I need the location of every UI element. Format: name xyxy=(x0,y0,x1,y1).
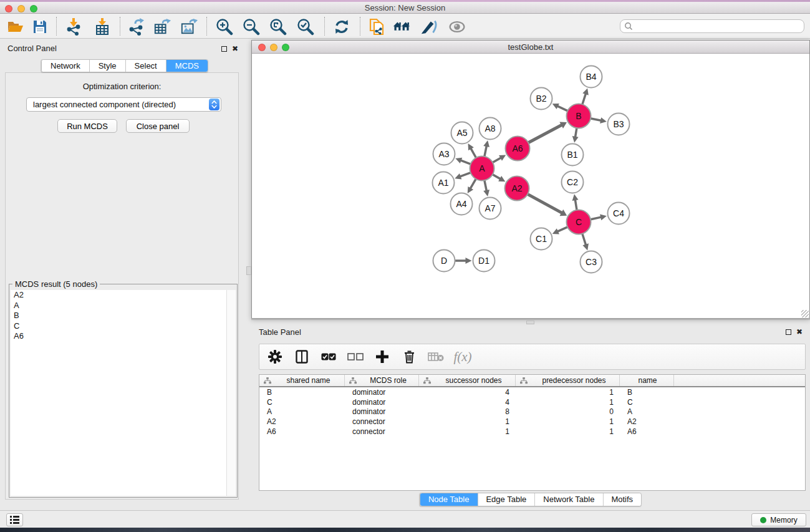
cell-mcds-role[interactable]: dominator xyxy=(345,388,419,397)
tab-node-table[interactable]: Node Table xyxy=(420,493,478,506)
import-table-icon[interactable] xyxy=(94,18,111,36)
graph-node-C[interactable]: C xyxy=(567,210,591,235)
mcds-result-list[interactable]: A2ABCA6 xyxy=(11,290,226,496)
table-row[interactable]: Cdominator41C xyxy=(259,397,805,407)
edge-A6-B[interactable] xyxy=(527,125,562,143)
mcds-result-scrollbar[interactable] xyxy=(226,290,236,496)
table-row[interactable]: Adominator80A xyxy=(259,407,805,417)
edge-C-C3[interactable] xyxy=(582,233,586,246)
edge-A-A3[interactable] xyxy=(460,160,472,165)
graph-node-B[interactable]: B xyxy=(567,104,591,128)
column-header-shared-name[interactable]: shared name xyxy=(259,375,345,386)
cell-shared-name[interactable]: A6 xyxy=(259,427,345,436)
network-close-button[interactable] xyxy=(258,44,266,51)
graph-node-B4[interactable]: B4 xyxy=(581,66,602,88)
mcds-result-item[interactable]: A xyxy=(11,301,226,311)
graph-node-A2[interactable]: A2 xyxy=(505,177,529,201)
search-field[interactable] xyxy=(620,19,804,33)
cell-successor-nodes[interactable]: 1 xyxy=(419,427,516,436)
edge-C-C4[interactable] xyxy=(589,217,602,220)
graph-node-B1[interactable]: B1 xyxy=(562,144,584,166)
zoom-in-icon[interactable] xyxy=(216,18,233,36)
run-mcds-button[interactable]: Run MCDS xyxy=(57,119,117,133)
deselect-all-columns-icon[interactable] xyxy=(347,349,364,365)
export-network-icon[interactable] xyxy=(127,18,145,36)
cell-mcds-role[interactable]: dominator xyxy=(345,398,419,407)
cell-mcds-role[interactable]: connector xyxy=(345,427,419,436)
delete-table-icon[interactable] xyxy=(428,349,444,365)
graph-node-C3[interactable]: C3 xyxy=(581,251,602,273)
tab-network-table[interactable]: Network Table xyxy=(535,493,603,506)
tab-select[interactable]: Select xyxy=(126,60,166,72)
hide-annotations-icon[interactable] xyxy=(420,18,438,36)
graph-node-B3[interactable]: B3 xyxy=(608,114,630,135)
column-header-mcds-role[interactable]: MCDS role xyxy=(345,375,419,386)
mcds-result-item[interactable]: A2 xyxy=(11,290,226,301)
edge-A-A5[interactable] xyxy=(470,148,476,159)
tab-style[interactable]: Style xyxy=(90,60,126,72)
float-table-panel-icon[interactable] xyxy=(786,329,791,335)
cell-shared-name[interactable]: A xyxy=(259,407,345,416)
window-resize-handle[interactable] xyxy=(801,310,809,317)
graph-node-D[interactable]: D xyxy=(433,250,455,272)
cell-name[interactable]: A6 xyxy=(620,427,674,436)
criterion-dropdown[interactable]: largest connected component (directed) xyxy=(26,97,221,112)
search-input[interactable] xyxy=(633,21,804,32)
graph-node-C2[interactable]: C2 xyxy=(562,172,584,193)
table-row[interactable]: A2connector11A2 xyxy=(259,417,805,427)
cell-shared-name[interactable]: B xyxy=(259,388,345,397)
cell-predecessor-nodes[interactable]: 1 xyxy=(516,388,620,397)
graph-node-A1[interactable]: A1 xyxy=(433,172,455,194)
graph-node-A7[interactable]: A7 xyxy=(480,198,501,220)
close-table-panel-icon[interactable]: ✖ xyxy=(796,328,803,336)
close-window-button[interactable] xyxy=(5,5,12,12)
new-network-from-selection-icon[interactable] xyxy=(369,18,386,36)
export-image-icon[interactable] xyxy=(180,18,198,36)
graph-node-A6[interactable]: A6 xyxy=(506,137,530,161)
close-panel-button[interactable]: Close panel xyxy=(126,119,190,133)
network-canvas[interactable]: B4B2BB3A8A5A6A3B1AA1C2A2A4A7C4CC1DD1C3 xyxy=(253,54,809,318)
network-window-titlebar[interactable]: testGlobe.txt xyxy=(252,41,809,54)
minimize-window-button[interactable] xyxy=(17,5,25,12)
edge-C-C1[interactable] xyxy=(557,226,569,232)
edge-A2-C[interactable] xyxy=(526,193,562,213)
select-all-columns-icon[interactable] xyxy=(321,349,337,365)
edge-A-A1[interactable] xyxy=(460,172,472,177)
cell-name[interactable]: C xyxy=(620,398,674,407)
graph-node-A[interactable]: A xyxy=(470,157,494,181)
cell-predecessor-nodes[interactable]: 1 xyxy=(516,427,620,436)
column-header-successor-nodes[interactable]: successor nodes xyxy=(419,375,516,386)
cell-predecessor-nodes[interactable]: 1 xyxy=(516,398,620,407)
graph-node-A4[interactable]: A4 xyxy=(451,193,473,215)
cell-predecessor-nodes[interactable]: 0 xyxy=(516,407,620,416)
zoom-selected-icon[interactable] xyxy=(297,18,314,36)
edge-A-A7[interactable] xyxy=(484,179,486,191)
tab-motifs[interactable]: Motifs xyxy=(603,493,641,506)
cell-successor-nodes[interactable]: 4 xyxy=(419,388,516,397)
edge-A-A8[interactable] xyxy=(484,145,486,158)
table-row[interactable]: Bdominator41B xyxy=(259,387,805,397)
task-history-button[interactable] xyxy=(6,513,23,526)
show-graphics-details-icon[interactable] xyxy=(448,18,466,36)
mcds-result-item[interactable]: A6 xyxy=(11,331,226,342)
float-panel-icon[interactable] xyxy=(221,46,227,52)
function-builder-icon[interactable]: f(x) xyxy=(455,349,471,365)
cell-name[interactable]: A2 xyxy=(620,417,674,426)
column-header-name[interactable]: name xyxy=(620,375,674,386)
graph-node-A5[interactable]: A5 xyxy=(451,122,473,144)
horizontal-split-handle[interactable] xyxy=(526,321,534,324)
edge-B-B2[interactable] xyxy=(557,106,569,112)
cell-name[interactable]: B xyxy=(620,388,674,397)
table-row[interactable]: A6connector11A6 xyxy=(259,427,805,437)
vertical-split-handle[interactable] xyxy=(246,266,251,275)
graph-node-B2[interactable]: B2 xyxy=(531,88,552,110)
tab-mcds[interactable]: MCDS xyxy=(166,60,208,72)
network-zoom-button[interactable] xyxy=(282,44,289,51)
cell-shared-name[interactable]: A2 xyxy=(259,417,345,426)
edge-B-B4[interactable] xyxy=(582,93,586,105)
delete-columns-icon[interactable] xyxy=(401,349,417,365)
import-network-icon[interactable] xyxy=(65,18,82,36)
home-icon[interactable] xyxy=(393,18,410,36)
export-table-icon[interactable] xyxy=(153,18,171,36)
mcds-result-item[interactable]: C xyxy=(11,321,226,332)
